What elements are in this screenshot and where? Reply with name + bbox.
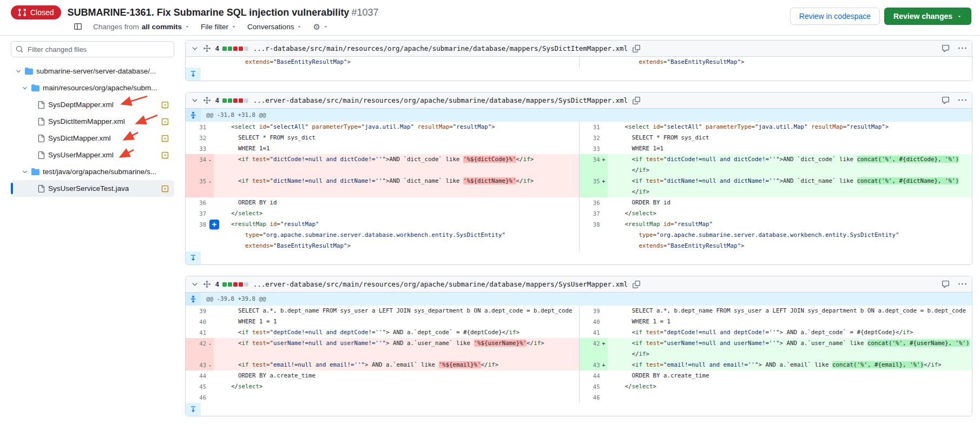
line-number-gutter[interactable]: 31	[186, 122, 214, 132]
line-number-gutter[interactable]: 34-	[186, 154, 214, 176]
chevron-down-icon	[15, 68, 22, 75]
code-cell: extends="BaseEntityResultMap">	[608, 241, 972, 251]
diffstat-square	[228, 98, 232, 103]
line-number-gutter[interactable]	[186, 230, 214, 241]
filter-changed-files-input[interactable]	[11, 41, 174, 57]
line-number-gutter[interactable]: 46	[186, 392, 214, 403]
tree-file-sysuserservicetest-java[interactable]: SysUserServiceTest.java	[11, 180, 174, 197]
collapse-file-button[interactable]	[191, 45, 199, 52]
comment-button[interactable]	[942, 96, 950, 104]
diff-side-old: 39 SELECT a.*, b.dept_name FROM sys_user…	[186, 306, 579, 316]
kebab-menu-button[interactable]	[958, 96, 966, 104]
expand-up-button[interactable]	[186, 109, 201, 122]
diff-row: 44 ORDER BY a.create_time44 ORDER BY a.c…	[186, 370, 972, 381]
tree-folder-main-resources-org-apache-subm[interactable]: main/resources/org/apache/subm...	[11, 79, 174, 96]
tree-item-label: SysUserServiceTest.java	[48, 184, 129, 193]
expand-down-button[interactable]	[186, 403, 201, 416]
line-number-gutter[interactable]: 42-	[186, 338, 214, 360]
tree-file-sysdeptmapper-xml[interactable]: SysDeptMapper.xml	[11, 96, 174, 113]
line-number-gutter[interactable]: 31	[580, 122, 608, 132]
line-number-gutter[interactable]: 42+	[580, 338, 608, 360]
file-tree-toggle-button[interactable]	[74, 22, 82, 31]
line-number-gutter[interactable]: 41	[186, 327, 214, 338]
copy-path-button[interactable]	[633, 45, 640, 52]
tree-folder-test-java-org-apache-submarine-s[interactable]: test/java/org/apache/submarine/s...	[11, 163, 174, 180]
line-number-gutter[interactable]: 37	[580, 208, 608, 219]
line-number-gutter[interactable]	[580, 230, 608, 241]
changes-from-dropdown[interactable]: Changes from all commits	[93, 23, 190, 31]
collapse-file-button[interactable]	[191, 97, 199, 104]
review-changes-button[interactable]: Review changes	[884, 8, 971, 25]
diffstat-square	[222, 47, 227, 51]
line-number-gutter[interactable]: 38+	[186, 219, 214, 230]
file-filter-dropdown[interactable]: File filter	[201, 23, 236, 31]
comment-button[interactable]	[942, 44, 950, 52]
tree-file-sysusermapper-xml[interactable]: SysUserMapper.xml	[11, 147, 174, 163]
comment-button[interactable]	[942, 280, 950, 288]
expand-down-icon	[189, 254, 197, 262]
tree-folder-submarine-server-server-database[interactable]: submarine-server/server-database/...	[11, 63, 174, 79]
line-number-gutter[interactable]: 35+	[580, 176, 608, 197]
line-number-gutter[interactable]: 33	[580, 143, 608, 154]
line-number-gutter[interactable]	[580, 57, 608, 68]
line-number-gutter[interactable]: 40	[186, 316, 214, 327]
line-number-gutter[interactable]: 34+	[580, 154, 608, 176]
line-number-gutter[interactable]	[186, 241, 214, 251]
line-number-gutter[interactable]: 32	[186, 132, 214, 143]
line-number-gutter[interactable]: 35-	[186, 176, 214, 197]
kebab-menu-button[interactable]	[958, 280, 966, 288]
code-line: WHERE 1=1	[611, 143, 972, 154]
add-comment-button[interactable]: +	[209, 220, 219, 229]
line-number-gutter[interactable]: 41	[580, 327, 608, 338]
expand-down-button[interactable]	[186, 251, 201, 264]
line-number-gutter[interactable]: 39	[186, 306, 214, 316]
expand-down-button[interactable]	[186, 68, 201, 81]
diff-row: 4646	[186, 392, 972, 403]
line-number-gutter[interactable]: 36	[580, 197, 608, 208]
line-number-gutter[interactable]: 32	[580, 132, 608, 143]
hunk-header: @@ -39,8 +39,8 @@	[186, 293, 972, 306]
line-number-gutter[interactable]: 38	[580, 219, 608, 230]
tree-file-sysdictitemmapper-xml[interactable]: SysDictItemMapper.xml	[11, 113, 174, 130]
kebab-menu-button[interactable]	[958, 44, 966, 52]
line-number-gutter[interactable]: 45	[580, 381, 608, 392]
code-cell: <if test="dictCode!=null and dictCode!='…	[608, 154, 972, 176]
copy-path-button[interactable]	[633, 281, 640, 288]
line-number-gutter[interactable]: 44	[580, 370, 608, 381]
line-number-gutter[interactable]: 46	[580, 392, 608, 403]
chevron-down-icon	[297, 24, 302, 29]
diff-file-header: 4...erver-database/src/main/resources/or…	[186, 276, 972, 293]
expand-up-button[interactable]	[186, 293, 201, 306]
file-tree-sidebar: submarine-server/server-database/...main…	[0, 36, 181, 431]
line-number-gutter[interactable]	[580, 241, 608, 251]
file-modified-icon	[161, 151, 169, 159]
sidebar-pane-icon	[74, 22, 82, 31]
line-number-gutter[interactable]: 33	[186, 143, 214, 154]
drag-handle[interactable]	[203, 97, 211, 104]
collapse-file-button[interactable]	[191, 281, 199, 288]
diff-settings-dropdown[interactable]: ⚙	[313, 23, 328, 31]
kebab-icon	[958, 96, 966, 104]
copy-path-button[interactable]	[633, 97, 640, 104]
code-line: <if test="userName!=null and userName!='…	[217, 338, 579, 349]
line-number-gutter[interactable]: 40	[580, 316, 608, 327]
line-number-gutter[interactable]	[186, 57, 214, 68]
line-number-gutter[interactable]: 43+	[580, 360, 608, 370]
line-number-gutter[interactable]: 36	[186, 197, 214, 208]
diff-marker: -	[206, 360, 214, 370]
line-number-gutter[interactable]: 37	[186, 208, 214, 219]
code-line: </select>	[611, 208, 972, 219]
review-in-codespace-button[interactable]: Review in codespace	[790, 8, 880, 25]
file-icon	[37, 135, 45, 142]
line-number-gutter[interactable]: 39	[580, 306, 608, 316]
line-number-gutter[interactable]: 45	[186, 381, 214, 392]
drag-handle[interactable]	[203, 281, 211, 288]
conversations-dropdown[interactable]: Conversations	[247, 23, 302, 31]
diffstat-square	[244, 47, 248, 51]
line-number-gutter[interactable]: 43-	[186, 360, 214, 370]
drag-handle[interactable]	[203, 45, 211, 52]
file-icon	[37, 185, 45, 193]
line-number-gutter[interactable]: 44	[186, 370, 214, 381]
tree-item-label: SysDeptMapper.xml	[48, 101, 114, 109]
tree-file-sysdictmapper-xml[interactable]: SysDictMapper.xml	[11, 130, 174, 147]
